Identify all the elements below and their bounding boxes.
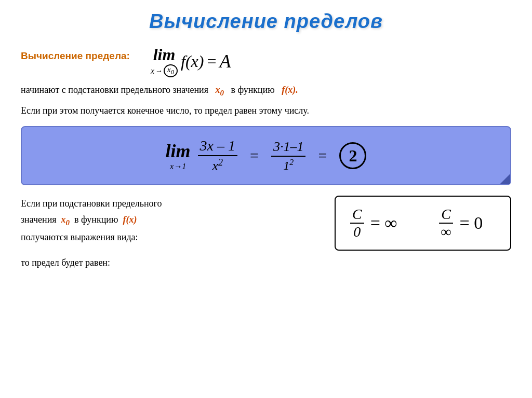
fx-inline: f(x). xyxy=(282,85,298,95)
last-line-text: то предел будет равен: xyxy=(21,257,110,268)
right-denominator: 12 xyxy=(281,157,296,173)
title-text: Вычисление пределов xyxy=(149,10,383,32)
result-value: 2 xyxy=(349,146,357,166)
left-fraction: 3x – 1 x2 xyxy=(198,138,237,174)
den-x: x xyxy=(212,158,219,173)
bottom-text-1: Если при подстановки предельного xyxy=(21,198,162,209)
big-lim-block: lim x→1 xyxy=(166,140,191,171)
right-fraction: 3·1–1 12 xyxy=(271,139,306,173)
limit-formula-inline: lim x → x0 f(x) = A xyxy=(151,45,231,77)
x0-circle: x0 xyxy=(164,64,178,77)
section-label: Вычисление предела: xyxy=(21,50,130,61)
intro-row: Вычисление предела: lim x → x0 f(x) = A xyxy=(21,45,511,77)
num-expr: 3x – 1 xyxy=(200,138,235,154)
intro-text-2: в функцию xyxy=(231,85,275,95)
bottom-box: C 0 = ∞ C ∞ = 0 xyxy=(335,196,511,251)
bottom-text-2: значения xyxy=(21,214,57,225)
x-var: x xyxy=(151,66,154,76)
formula-wrapper: lim x→1 3x – 1 x2 = 3·1–1 12 = 2 xyxy=(166,138,367,174)
x0-inline: x0 xyxy=(216,85,224,95)
big-equals-2: = xyxy=(318,147,327,164)
rhs-num-expr: 3·1–1 xyxy=(273,139,304,154)
box-eq2: = 0 xyxy=(460,213,483,233)
left-numerator: 3x – 1 xyxy=(198,138,237,156)
box-zero: 0 xyxy=(351,224,363,240)
equals-main: = xyxy=(207,52,216,71)
frac-item-2: C ∞ = 0 xyxy=(439,206,483,240)
intro-text-1: начинают с подстановки предельного значе… xyxy=(21,85,208,95)
fx-formula: f(x) xyxy=(181,52,204,71)
bottom-text-block: Если при подстановки предельного значени… xyxy=(21,196,314,270)
big-lim-text: lim xyxy=(166,140,191,162)
left-denominator: x2 xyxy=(210,156,225,174)
big-equals-1: = xyxy=(250,147,259,164)
bottom-para-1: Если при подстановки предельного xyxy=(21,196,314,212)
box-inf-1: = ∞ xyxy=(370,213,397,233)
right-numerator: 3·1–1 xyxy=(271,139,306,157)
den-exp: 2 xyxy=(218,157,223,168)
arrow-symbol: → xyxy=(155,67,163,75)
body-text-2: Если при этом получается конечное число,… xyxy=(21,103,511,118)
section-label-block: Вычисление предела: xyxy=(21,45,135,62)
a-result: A xyxy=(219,50,231,72)
frac-display-2: C ∞ xyxy=(439,206,454,240)
frac-item-1: C 0 = ∞ xyxy=(350,206,397,240)
frac-display-1: C 0 xyxy=(350,206,364,240)
page-title: Вычисление пределов xyxy=(21,10,511,33)
box-c1: C xyxy=(350,206,364,224)
example-box: lim x→1 3x – 1 x2 = 3·1–1 12 = 2 xyxy=(21,126,511,185)
box-c2: C xyxy=(439,206,453,224)
bottom-last-line: то предел будет равен: xyxy=(21,255,314,271)
rhs-den-1: 1 xyxy=(283,159,289,172)
lim-subscript: x → x0 xyxy=(151,64,178,77)
body-text-1: начинают с подстановки предельного значе… xyxy=(21,83,511,99)
bottom-fx: f(x) xyxy=(123,214,137,225)
lim-block: lim x → x0 xyxy=(151,45,178,77)
bottom-para-3: получаются выражения вида: xyxy=(21,229,314,245)
bottom-x0: x0 xyxy=(61,214,70,225)
bottom-para-2: значения x0 в функцию f(x) xyxy=(21,212,314,229)
bottom-text-4: получаются выражения вида: xyxy=(21,232,138,242)
bottom-text-3: в функцию xyxy=(74,214,118,225)
rhs-den-exp: 2 xyxy=(289,158,294,167)
bottom-section: Если при подстановки предельного значени… xyxy=(21,196,511,270)
lim-text: lim xyxy=(153,45,176,64)
condition-text: Если при этом получается конечное число,… xyxy=(21,105,309,116)
box-inf2-den: ∞ xyxy=(439,224,454,240)
big-lim-sub: x→1 xyxy=(170,162,186,171)
result-circle: 2 xyxy=(339,142,366,169)
